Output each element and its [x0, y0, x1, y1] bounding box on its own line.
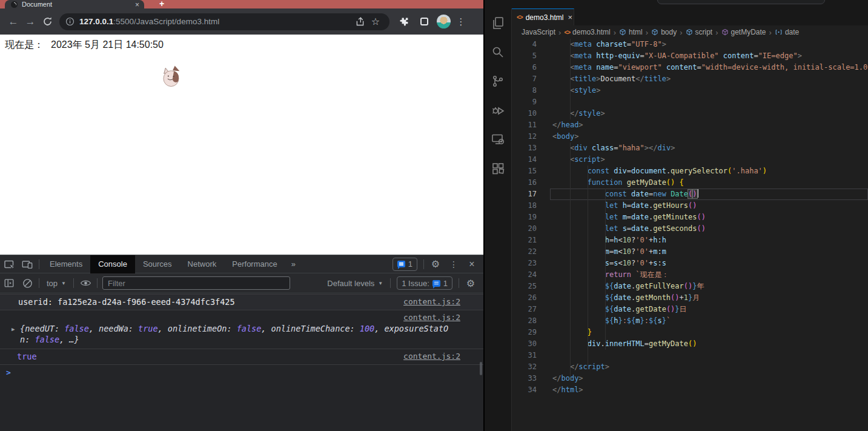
code-line-13[interactable]: 13 <div class="haha"></div>	[512, 142, 868, 154]
code-line-32[interactable]: 32 </script>	[512, 361, 868, 373]
code-line-10[interactable]: 10 </style>	[512, 108, 868, 119]
code-line-5[interactable]: 5 <meta http-equiv="X-UA-Compatible" con…	[512, 50, 868, 62]
code-line-19[interactable]: 19 let m=date.getMinutes()	[512, 212, 868, 223]
run-debug-icon[interactable]	[485, 96, 512, 125]
breadcrumb-symbol-body[interactable]: body	[651, 28, 677, 36]
object-preview-line2[interactable]: n: false, …}	[20, 334, 460, 345]
code-line-18[interactable]: 18 let h=date.getHours()	[512, 200, 868, 212]
devtools-tab-performance[interactable]: Performance	[224, 255, 285, 273]
devtools-tab-sources[interactable]: Sources	[135, 255, 180, 273]
devtools-close-button[interactable]: ×	[463, 256, 481, 272]
code-line-23[interactable]: 23 s=s<10?'0'+s:s	[512, 258, 868, 269]
source-control-icon[interactable]	[485, 67, 512, 96]
code-line-14[interactable]: 14 <script>	[512, 154, 868, 165]
code-line-29[interactable]: 29 }	[512, 327, 868, 338]
code-line-28[interactable]: 28 ${h}:${m}:${s}`	[512, 315, 868, 327]
code-editor[interactable]: 4 <meta charset="UTF-8">5 <meta http-equ…	[512, 39, 868, 431]
source-link[interactable]: content.js:2	[403, 297, 460, 306]
info-icon[interactable]	[65, 17, 75, 26]
inspect-element-button[interactable]	[0, 256, 18, 272]
back-button[interactable]: ←	[5, 13, 22, 30]
breadcrumb-symbol-date[interactable]: date	[775, 28, 799, 36]
editor-tab-close-icon[interactable]: ×	[568, 13, 572, 22]
code-line-12[interactable]: 12<body>	[512, 131, 868, 142]
breadcrumb-symbol-script[interactable]: script	[686, 28, 713, 36]
code-line-15[interactable]: 15 const div=document.querySelector('.ha…	[512, 165, 868, 177]
code-token: }	[618, 316, 622, 325]
issues-summary[interactable]: 1 Issue: 1	[397, 276, 452, 290]
code-line-8[interactable]: 8 <style>	[512, 85, 868, 96]
live-expression-button[interactable]	[76, 275, 94, 291]
breadcrumb-folder[interactable]: JavaScript	[522, 28, 555, 36]
code-line-20[interactable]: 20 let s=date.getSeconds()	[512, 223, 868, 235]
browser-tabstrip: Document × +	[0, 0, 483, 8]
devtools-settings-button[interactable]: ⚙	[426, 256, 445, 272]
more-tabs-button[interactable]: »	[285, 259, 302, 269]
devtools-tab-network[interactable]: Network	[180, 255, 225, 273]
url-bar[interactable]: 127.0.0.1:5500/JavaScript/demo3.html ☆	[59, 13, 389, 30]
code-line-21[interactable]: 21 h=h<10?'0'+h:h	[512, 235, 868, 246]
console-scrollbar[interactable]	[480, 362, 482, 375]
code-line-22[interactable]: 22 m=m<10?'0'+m:m	[512, 246, 868, 258]
remote-explorer-icon[interactable]	[485, 125, 512, 154]
source-link[interactable]: content.js:2	[403, 313, 460, 322]
side-panel-button[interactable]	[416, 14, 432, 30]
browser-menu-button[interactable]: ⋮	[453, 14, 469, 30]
breadcrumb-file[interactable]: <>demo3.html	[564, 28, 610, 36]
code-line-17[interactable]: 17 const date=new Date()	[512, 189, 868, 200]
code-line-26[interactable]: 26 ${date.getMonth()+1}月	[512, 292, 868, 304]
line-number: 32	[512, 361, 550, 373]
code-line-7[interactable]: 7 <title>Document</title>	[512, 73, 868, 85]
profile-avatar[interactable]	[437, 15, 451, 28]
chevron-down-icon: ▼	[378, 281, 383, 286]
clear-console-button[interactable]	[18, 275, 36, 291]
chevron-right-icon: ›	[646, 28, 648, 37]
tab-close-icon[interactable]: ×	[135, 2, 139, 8]
console-prompt[interactable]: >	[0, 365, 483, 380]
extensions-button[interactable]	[396, 14, 411, 30]
code-line-4[interactable]: 4 <meta charset="UTF-8">	[512, 39, 868, 50]
code-token: , …}	[59, 335, 79, 344]
extensions-icon[interactable]	[485, 154, 512, 183]
log-levels-selector[interactable]: Default levels ▼	[322, 279, 388, 288]
devtools-menu-button[interactable]: ⋮	[445, 256, 463, 272]
expand-arrow-icon[interactable]: ▶	[12, 326, 15, 332]
code-line-24[interactable]: 24 return `现在是：	[512, 269, 868, 281]
device-toolbar-button[interactable]	[18, 256, 36, 272]
new-tab-button[interactable]: +	[153, 0, 171, 8]
breadcrumb-symbol-getmydate[interactable]: getMyDate	[721, 28, 766, 36]
code-line-33[interactable]: 33</body>	[512, 373, 868, 384]
object-preview-line1[interactable]: {needUT: false, needWa: true, onlinetime…	[20, 323, 460, 334]
source-link[interactable]: content.js:2	[403, 352, 460, 361]
bookmark-star-button[interactable]: ☆	[368, 14, 383, 30]
editor-tab-demo3[interactable]: <> demo3.html ×	[512, 8, 574, 25]
reload-button[interactable]	[39, 13, 56, 30]
explorer-icon[interactable]	[485, 8, 512, 38]
code-token: </	[552, 374, 561, 383]
code-line-34[interactable]: 34</html>	[512, 384, 868, 396]
code-line-31[interactable]: 31	[512, 350, 868, 361]
code-line-27[interactable]: 27 ${date.getDate()}日	[512, 304, 868, 315]
console-settings-button[interactable]: ⚙	[462, 275, 480, 291]
code-line-11[interactable]: 11</head>	[512, 119, 868, 131]
context-selector[interactable]: top ▼	[42, 279, 71, 288]
code-line-30[interactable]: 30 div.innerHTML=getMyDate()	[512, 338, 868, 350]
issues-badge[interactable]: 1	[393, 258, 417, 271]
line-text: <meta charset="UTF-8">	[550, 39, 868, 50]
search-icon[interactable]	[485, 38, 512, 67]
code-line-25[interactable]: 25 ${date.getFullYear()}年	[512, 281, 868, 292]
devtools-tab-console[interactable]: Console	[90, 255, 135, 273]
console-filter-input[interactable]	[102, 276, 290, 290]
devtools-tab-elements[interactable]: Elements	[42, 255, 90, 273]
command-center[interactable]	[657, 0, 825, 4]
console-sidebar-button[interactable]	[0, 275, 18, 291]
divider	[390, 278, 391, 288]
code-line-16[interactable]: 16 function getMyDate() {	[512, 177, 868, 189]
url-text[interactable]: 127.0.0.1:5500/JavaScript/demo3.html	[79, 17, 352, 26]
browser-tab[interactable]: Document ×	[5, 0, 144, 8]
share-button[interactable]	[352, 14, 368, 30]
code-line-9[interactable]: 9	[512, 96, 868, 108]
breadcrumb-symbol-html[interactable]: html	[619, 28, 643, 36]
forward-button[interactable]: →	[22, 13, 39, 30]
code-line-6[interactable]: 6 <meta name="viewport" content="width=d…	[512, 62, 868, 73]
